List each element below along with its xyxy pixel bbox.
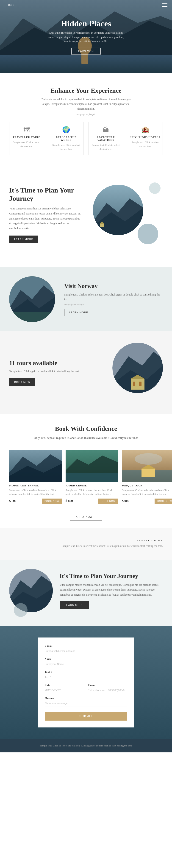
text1-field[interactable] xyxy=(45,674,127,680)
svg-rect-15 xyxy=(11,312,53,322)
tour-card-fjord-label: FJORD CRUISE xyxy=(66,484,118,487)
norway-credit: Image from Freepik xyxy=(64,303,163,306)
phone-label: Phone xyxy=(88,683,127,686)
svg-point-30 xyxy=(134,453,162,465)
hamburger-menu[interactable] xyxy=(162,3,167,7)
message-field[interactable] xyxy=(45,700,127,706)
tour-card-unique-book-button[interactable]: BOOK NOW xyxy=(154,499,172,504)
norway-title: Visit Norway xyxy=(64,283,163,289)
date-field[interactable] xyxy=(45,687,84,693)
email-label: E mail xyxy=(45,644,127,647)
plan-section: It's Time to Plan Your Journey Vitae con… xyxy=(0,169,172,260)
email-field[interactable] xyxy=(45,648,127,654)
plan2-desc: Vitae congue mauris rhoncus aenean vel e… xyxy=(59,583,163,597)
tour-card-mountains-book-button[interactable]: BOOK NOW xyxy=(42,499,62,504)
plan-cta-button[interactable]: LEARN MORE xyxy=(9,236,38,243)
form-group-message: Message xyxy=(45,696,127,706)
logo: logo xyxy=(5,3,14,7)
norway-cta-button[interactable]: LEARN MORE xyxy=(64,309,93,316)
tours-circle-main xyxy=(113,343,163,393)
plan2-text: It's Time to Plan Your Journey Vitae con… xyxy=(59,572,163,609)
explore-label: EXPLORE THE WORLD xyxy=(51,136,81,141)
apply-row: APPLY NOW → xyxy=(0,508,172,528)
tours-text: 11 tours available Sample text. Click ag… xyxy=(9,360,81,385)
plan2-section: It's Time to Plan Your Journey Vitae con… xyxy=(0,560,172,626)
hero-description: Duis aute irure dolor in reprehenderit i… xyxy=(47,31,125,44)
tours-book-button[interactable]: BOOK NOW xyxy=(9,378,35,386)
traveller-icon: 🗺 xyxy=(12,126,42,133)
plan-circle-dot-top xyxy=(149,182,161,194)
norway-text: Visit Norway Sample text. Click to selec… xyxy=(64,283,163,316)
phone-field[interactable] xyxy=(88,687,127,693)
explore-desc: Sample text. Click to select the text bo… xyxy=(51,143,81,151)
features-grid: 🗺 TRAVELLER TOURS Sample text. Click to … xyxy=(9,122,163,155)
hotels-icon: 🏨 xyxy=(130,126,161,133)
plan-circle-main xyxy=(93,185,143,235)
tour-cards-grid: MOUNTAINS TRAVEL Sample text. Click to s… xyxy=(0,445,172,508)
feature-item-adventure: 🏔 ADVENTURE VACATIONS Sample text. Click… xyxy=(88,122,123,155)
travel-guide-desc: Sample text. Click to select the text bo… xyxy=(9,544,163,548)
plan2-title: It's Time to Plan Your Journey xyxy=(59,572,163,580)
adventure-label: ADVENTURE VACATIONS xyxy=(91,136,121,141)
book-confidence-features: Only 10% deposit required : Cancellation… xyxy=(9,435,163,440)
tour-card-mountains-footer: $ 600 BOOK NOW xyxy=(9,499,62,504)
tour-card-mountains-price: $ 600 xyxy=(9,499,17,503)
enhance-subtitle: Duis aute irure dolor in reprehenderit i… xyxy=(40,97,132,111)
hotels-label: LUXURIOUS HOTELS xyxy=(130,136,161,138)
tour-card-unique: UNIQUE TOUR Sample text. Click to select… xyxy=(122,450,172,504)
hero-title: Hidden Places xyxy=(47,19,125,28)
tour-card-unique-price: $ 900 xyxy=(122,499,129,503)
hero-cta-button[interactable]: LEARN MORE xyxy=(71,48,101,55)
name-label: Name xyxy=(45,657,127,660)
book-confidence-title: Book With Confidence xyxy=(9,425,163,432)
form-group-date: Date xyxy=(45,683,84,693)
enhance-section: Enhance Your Experience Duis aute irure … xyxy=(0,73,172,164)
tours-images xyxy=(91,343,163,402)
tour-card-mountains: MOUNTAINS TRAVEL Sample text. Click to s… xyxy=(9,450,62,504)
contact-section: E mail Name Text 1 Date Phone Message SU… xyxy=(0,626,172,739)
tour-card-fjord-img xyxy=(66,450,118,482)
plan-title: It's Time to Plan Your Journey xyxy=(9,186,81,203)
enhance-title: Enhance Your Experience xyxy=(9,87,163,94)
travel-guide-section: TRAVEL GUIDE Sample text. Click to selec… xyxy=(0,528,172,560)
tours-count: 11 tours available xyxy=(9,360,81,367)
form-group-email: E mail xyxy=(45,644,127,654)
feature-item-hotels: 🏨 LUXURIOUS HOTELS Sample text. Click to… xyxy=(128,122,163,155)
text1-label: Text 1 xyxy=(45,671,127,673)
svg-rect-28 xyxy=(66,473,118,482)
form-group-phone: Phone xyxy=(88,683,127,693)
tour-card-mountains-desc: Sample text. Click to select the text bo… xyxy=(9,488,62,496)
submit-button[interactable]: SUBMIT xyxy=(45,712,127,721)
tour-card-mountains-img xyxy=(9,450,62,482)
name-field[interactable] xyxy=(45,661,127,667)
book-confidence-section: Book With Confidence Only 10% deposit re… xyxy=(0,414,172,445)
tours-desc: Sample text. Click again or double click… xyxy=(9,369,81,374)
travel-guide-label: TRAVEL GUIDE xyxy=(9,539,163,542)
adventure-desc: Sample text. Click to select the text bo… xyxy=(91,143,121,151)
form-group-name: Name xyxy=(45,657,127,667)
svg-rect-19 xyxy=(131,379,145,390)
traveller-label: TRAVELLER TOURS xyxy=(12,136,42,138)
tour-card-fjord-book-button[interactable]: BOOK NOW xyxy=(98,499,118,504)
plan2-cta-button[interactable]: LEARN MORE xyxy=(59,601,89,609)
plan-desc: Vitae congue mauris rhoncus aenean vel e… xyxy=(9,206,81,231)
tour-card-unique-footer: $ 900 BOOK NOW xyxy=(122,499,172,504)
norway-desc: Sample text. Click to select the text bo… xyxy=(64,292,163,302)
footer: Sample text. Click to select the text bo… xyxy=(0,739,172,752)
apply-now-button[interactable]: APPLY NOW → xyxy=(70,513,102,521)
form-row-date-phone: Date Phone xyxy=(45,683,127,696)
norway-section: Visit Norway Sample text. Click to selec… xyxy=(0,267,172,331)
plan2-dot xyxy=(14,603,27,617)
plan-circle-small xyxy=(138,224,158,244)
adventure-icon: 🏔 xyxy=(91,126,121,133)
traveller-desc: Sample text. Click to select the text bo… xyxy=(12,140,42,148)
feature-item-traveller: 🗺 TRAVELLER TOURS Sample text. Click to … xyxy=(9,122,44,155)
plan-images xyxy=(91,182,163,247)
date-label: Date xyxy=(45,683,84,686)
tour-card-fjord-price: $ 800 xyxy=(66,499,73,503)
norway-circle-img xyxy=(9,276,55,322)
svg-rect-32 xyxy=(142,469,155,477)
tour-card-fjord-desc: Sample text. Click to select the text bo… xyxy=(66,488,118,496)
tour-card-mountains-label: MOUNTAINS TRAVEL xyxy=(9,484,62,487)
feature-item-explore: 🌍 EXPLORE THE WORLD Sample text. Click t… xyxy=(49,122,84,155)
